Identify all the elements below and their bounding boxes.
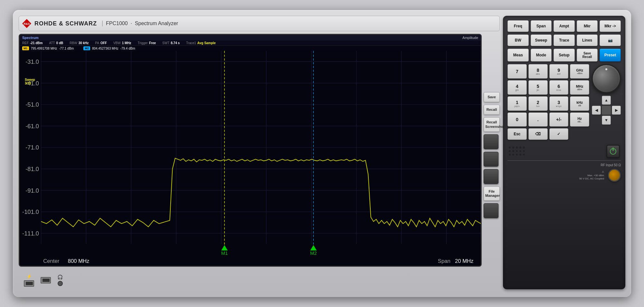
key-mhz[interactable]: MHz dBm	[570, 80, 589, 95]
key-7[interactable]: 7	[507, 64, 527, 79]
swt-param: SWT 8.74 s	[162, 41, 180, 45]
recall-button[interactable]: Recall	[484, 105, 500, 115]
display-title: Spectrum	[22, 36, 39, 40]
key-8[interactable]: 8 abs	[528, 64, 548, 79]
svg-text:M2: M2	[310, 250, 317, 256]
esc-button[interactable]: Esc	[507, 128, 527, 140]
ref-param: REF -21 dBm	[22, 41, 43, 45]
svg-text:-101.0: -101.0	[22, 209, 39, 216]
brand-logo: R&S ROHDE & SCHWARZ	[22, 18, 97, 29]
att-value: 0 dB	[56, 41, 63, 45]
backspace-button[interactable]: ⌫	[528, 128, 548, 140]
svg-marker-32	[221, 245, 228, 251]
marker2-freq: 804.4527363 MHz	[92, 47, 118, 50]
file-manager-button[interactable]: FileManager	[484, 187, 500, 201]
screen-area: Spectrum Amplitude REF -21 dBm ATT 0 dB …	[19, 34, 500, 266]
svg-text:-71.0: -71.0	[25, 144, 39, 151]
vbw-param: VBW 1 MHz	[113, 41, 131, 45]
func-row-1: Freq Span Ampt Mkr Mkr ->	[507, 20, 621, 32]
svg-text:-61.0: -61.0	[25, 123, 39, 130]
svg-text:Span: Span	[438, 258, 450, 264]
arrow-down-button[interactable]: ▼	[602, 116, 611, 125]
power-indicator	[610, 148, 616, 155]
marker2-info: M2 804.4527363 MHz -79.4 dBm	[83, 46, 135, 50]
brand-bar: R&S ROHDE & SCHWARZ FPC1000 · Spectrum A…	[19, 16, 500, 31]
recall-screenshot-button[interactable]: RecallScreenshot	[484, 117, 500, 131]
camera-icon: 📷	[608, 38, 613, 43]
bw-button[interactable]: BW	[507, 34, 529, 46]
freq-button[interactable]: Freq	[507, 20, 529, 32]
key-6[interactable]: 6 mno	[549, 80, 569, 95]
key-hz[interactable]: Hz dB..	[570, 112, 589, 127]
att-param: ATT 0 dB	[49, 41, 63, 45]
key-4[interactable]: 4 ghi	[507, 80, 527, 95]
right-keypad-panel: Freq Span Ampt Mkr Mkr -> BW Sweep Trace…	[503, 16, 625, 289]
brand-name: ROHDE & SCHWARZ	[34, 20, 97, 27]
svg-text:Center: Center	[43, 258, 59, 264]
confirm-button[interactable]: ✓	[549, 128, 569, 140]
marker2-label: M2	[83, 46, 90, 50]
dark-button-1[interactable]	[484, 134, 498, 149]
marker1-freq: 795.4991708 MHz	[31, 47, 57, 50]
pa-value: OFF	[100, 41, 107, 45]
rs-logo-icon: R&S	[22, 18, 32, 29]
power-button[interactable]	[607, 145, 620, 158]
dark-button-4[interactable]	[484, 203, 498, 218]
mkr-button[interactable]: Mkr	[577, 20, 598, 32]
left-section: R&S ROHDE & SCHWARZ FPC1000 · Spectrum A…	[19, 16, 500, 289]
screenshot-button[interactable]: 📷	[600, 34, 621, 46]
key-3[interactable]: 3 wxyz	[549, 96, 569, 111]
mkr-arrow-button[interactable]: Mkr ->	[600, 20, 621, 32]
arrow-up-button[interactable]: ▲	[602, 96, 611, 105]
func-row-2: BW Sweep Trace Lines 📷	[507, 34, 621, 46]
svg-text:-31.0: -31.0	[25, 58, 39, 65]
key-dot[interactable]: .	[528, 112, 548, 127]
arrow-left-button[interactable]: ◀	[592, 106, 601, 115]
rf-warning-text: Max. +30 dBm50 V DC, AC Coupled	[579, 174, 604, 181]
save-button[interactable]: Save	[484, 92, 500, 102]
key-5[interactable]: 5 jkl	[528, 80, 548, 95]
sweep-button[interactable]: Sweep	[531, 34, 552, 46]
ampt-button[interactable]: Ampt	[554, 20, 575, 32]
headphone-port	[58, 281, 63, 286]
key-9[interactable]: 9 def	[549, 64, 569, 79]
span-button[interactable]: Span	[531, 20, 552, 32]
trace-button[interactable]: Trace	[554, 34, 575, 46]
key-khz[interactable]: kHz dB	[570, 96, 589, 111]
key-2[interactable]: 2 tuv	[528, 96, 548, 111]
setup-button[interactable]: Setup	[554, 49, 575, 62]
trigger-value: Free	[149, 41, 156, 45]
lines-button[interactable]: Lines	[577, 34, 598, 46]
trace-param: Trace1 Avg Sample	[186, 41, 216, 45]
front-bottom-ports: ⚡ 🎧	[19, 271, 500, 289]
speaker-dots	[509, 147, 526, 156]
key-1[interactable]: 1 pqrs	[507, 96, 527, 111]
dark-button-2[interactable]	[484, 152, 498, 167]
svg-text:800 MHz: 800 MHz	[68, 258, 90, 264]
usb-port-1	[24, 280, 34, 287]
key-plusminus[interactable]: +/-	[549, 112, 569, 127]
marker-bar: M1 795.4991708 MHz -77.1 dBm M2 804.4527…	[20, 46, 481, 51]
arrow-right-button[interactable]: ▶	[612, 106, 621, 115]
bottom-panel	[507, 142, 621, 158]
svg-text:M1: M1	[221, 250, 228, 256]
dark-button-3[interactable]	[484, 169, 498, 184]
svg-marker-35	[310, 245, 317, 251]
save-recall-button[interactable]: SaveRecall	[577, 49, 598, 62]
svg-text:R&S: R&S	[24, 22, 30, 25]
key-0[interactable]: 0	[507, 112, 527, 127]
numpad-area: 7 8 abs 9 def GHz -dBm 4 ghi	[507, 64, 621, 140]
marker1-label: M1	[22, 46, 29, 50]
mode-button[interactable]: Mode	[531, 49, 552, 62]
key-ghz[interactable]: GHz -dBm	[570, 64, 589, 79]
rf-connector	[608, 169, 621, 182]
func-row-3: Meas Mode Setup SaveRecall Preset	[507, 49, 621, 62]
rotary-knob[interactable]	[592, 64, 621, 93]
preset-button[interactable]: Preset	[600, 49, 621, 62]
headphone-icon: 🎧	[57, 274, 63, 286]
svg-text:-111.0: -111.0	[22, 230, 39, 237]
numpad-grid: 7 8 abs 9 def GHz -dBm 4 ghi	[507, 64, 589, 140]
vbw-value: 1 MHz	[122, 41, 131, 45]
marker1-info: M1 795.4991708 MHz -77.1 dBm	[22, 46, 74, 50]
meas-button[interactable]: Meas	[507, 49, 529, 62]
